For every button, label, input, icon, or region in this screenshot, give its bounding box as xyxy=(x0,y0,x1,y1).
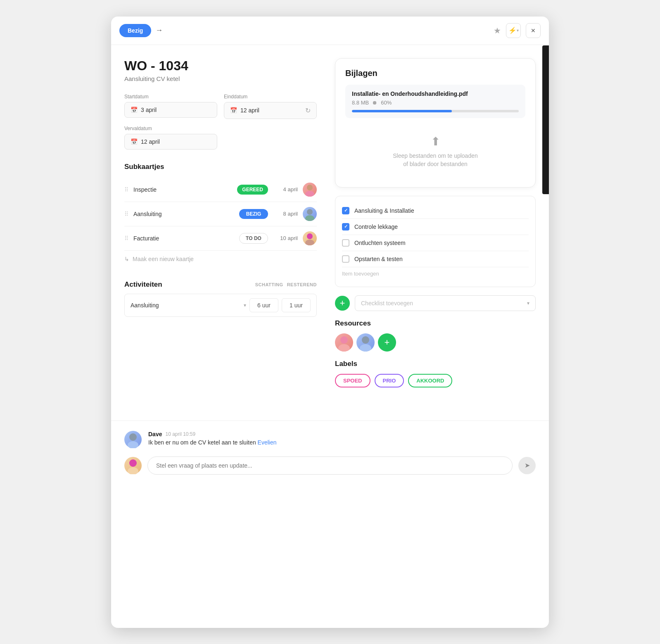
file-name: Installatie- en Onderhoudshandleiding.pd… xyxy=(352,90,519,97)
comment-item: Dave 10 april 10:59 Ik ben er nu om de C… xyxy=(124,431,536,448)
badge-bezig-aansluiting: BEZIG xyxy=(239,209,268,219)
bolt-button[interactable]: ⚡ ▾ xyxy=(506,23,521,38)
subcard-date-facturatie: 10 april xyxy=(273,235,298,241)
add-resource-button[interactable]: + xyxy=(378,333,396,352)
checkbox-3[interactable] xyxy=(342,239,349,247)
label-akkoord[interactable]: AKKOORD xyxy=(408,374,452,387)
resources-avatars: + xyxy=(335,333,536,352)
svg-point-12 xyxy=(129,459,137,467)
einddatum-input[interactable]: 📅 12 april ↻ xyxy=(224,102,317,119)
activiteiten-select[interactable]: Aansluiting xyxy=(131,302,240,309)
labels-section: Labels SPOED PRIO AKKOORD xyxy=(335,360,536,387)
upload-area[interactable]: ⬆ Sleep bestanden om te uploaden of blad… xyxy=(345,125,525,177)
vervaldatum-section: Vervaldatum 📅 12 april xyxy=(124,126,317,150)
new-card-label: Maak een nieuw kaartje xyxy=(133,256,194,262)
svg-point-2 xyxy=(307,209,313,215)
svg-point-5 xyxy=(305,240,314,245)
svg-point-10 xyxy=(129,433,137,441)
status-button[interactable]: Bezig xyxy=(119,24,151,37)
checklist-chevron-icon: ▾ xyxy=(527,300,529,306)
add-checklist-row: + Checklist toevoegen ▾ xyxy=(335,295,536,311)
comment-text: Ik ben er nu om de CV ketel aan te sluit… xyxy=(148,439,536,446)
checklist-item-2: ✓ Controle lekkage xyxy=(342,219,529,235)
svg-point-6 xyxy=(340,336,348,344)
subcard-inspectie: ⠿ Inspectie GEREED 4 april xyxy=(124,178,317,202)
comment-avatar xyxy=(124,431,142,448)
checklist-input-wrap[interactable]: Checklist toevoegen ▾ xyxy=(355,295,536,311)
reply-input[interactable] xyxy=(147,456,513,475)
checklist-item-3: Ontluchten systeem xyxy=(342,235,529,251)
file-card: Installatie- en Onderhoudshandleiding.pd… xyxy=(345,85,525,118)
svg-point-9 xyxy=(360,344,371,352)
checkbox-4[interactable] xyxy=(342,255,349,263)
new-card-link[interactable]: ↳ Maak een nieuw kaartje xyxy=(124,251,317,267)
upload-text-main: Sleep bestanden om te uploaden xyxy=(393,152,478,159)
vervaldatum-input[interactable]: 📅 12 april xyxy=(124,134,217,150)
resource-avatar-1 xyxy=(335,333,353,352)
labels-row: SPOED PRIO AKKOORD xyxy=(335,374,536,387)
comment-body: Dave 10 april 10:59 Ik ben er nu om de C… xyxy=(148,431,536,448)
svg-point-0 xyxy=(307,185,313,190)
startdatum-input[interactable]: 📅 3 april xyxy=(124,102,217,118)
vervaldatum-field: Vervaldatum 📅 12 april xyxy=(124,126,217,150)
calendar-icon-start: 📅 xyxy=(131,107,138,113)
svg-point-8 xyxy=(362,336,369,344)
star-button[interactable]: ★ xyxy=(494,26,501,36)
comment-author: Dave xyxy=(148,431,162,437)
dates-grid: Startdatum 📅 3 april Einddatum 📅 12 apri… xyxy=(124,94,317,119)
work-order-id: WO - 1034 xyxy=(124,58,317,74)
col-resterend: RESTEREND xyxy=(287,282,317,287)
checklist-label-1: Aansluiting & Installatie xyxy=(354,207,414,214)
labels-title: Labels xyxy=(335,360,536,368)
checklist-item-4: Opstarten & testen xyxy=(342,251,529,267)
new-card-arrow-icon: ↳ xyxy=(124,256,129,262)
calendar-icon-verval: 📅 xyxy=(131,138,138,145)
bolt-icon: ⚡ xyxy=(508,26,517,34)
upload-text-sub: of blader door bestanden xyxy=(403,161,468,167)
subkaartjes-title: Subkaartjes xyxy=(124,163,317,171)
subcard-name-aansluiting: Aansluiting xyxy=(133,211,234,217)
comment-text-before: Ik ben er nu om de CV ketel aan te sluit… xyxy=(148,439,258,446)
label-spoed[interactable]: SPOED xyxy=(335,374,370,387)
drag-handle-aansluiting[interactable]: ⠿ xyxy=(124,211,128,217)
right-panel: Bijlagen Installatie- en Onderhoudshandl… xyxy=(330,58,536,397)
activiteiten-title: Activiteiten xyxy=(124,280,255,289)
upload-icon: ⬆ xyxy=(431,135,440,148)
avatar-inspectie xyxy=(303,183,317,197)
comment-mention: Evelien xyxy=(258,439,277,446)
einddatum-label: Einddatum xyxy=(224,94,317,100)
add-item-text[interactable]: Item toevoegen xyxy=(342,267,529,280)
subcard-name-inspectie: Inspectie xyxy=(133,186,232,193)
comment-time: 10 april 10:59 xyxy=(165,431,195,437)
avatar-aansluiting xyxy=(303,207,317,221)
reply-avatar xyxy=(124,457,142,474)
startdatum-label: Startdatum xyxy=(124,94,217,100)
subcard-date-aansluiting: 8 april xyxy=(273,211,298,217)
progress-bar xyxy=(352,110,519,112)
drag-handle-facturatie[interactable]: ⠿ xyxy=(124,235,128,242)
add-checklist-button[interactable]: + xyxy=(335,296,350,311)
svg-point-7 xyxy=(338,344,350,352)
badge-gereed-inspectie: GEREED xyxy=(237,185,268,195)
svg-point-13 xyxy=(128,467,138,474)
vervaldatum-label: Vervaldatum xyxy=(124,126,217,131)
send-button[interactable]: ➤ xyxy=(518,457,536,474)
refresh-icon[interactable]: ↻ xyxy=(305,107,311,114)
checkbox-1[interactable]: ✓ xyxy=(342,207,349,214)
checkmark-2: ✓ xyxy=(344,224,348,229)
file-size: 8.8 MB xyxy=(352,100,369,106)
arrow-button[interactable]: → xyxy=(155,26,163,35)
resources-title: Resources xyxy=(335,319,536,328)
calendar-icon-end: 📅 xyxy=(230,107,237,114)
svg-point-4 xyxy=(307,233,313,239)
bijlagen-title: Bijlagen xyxy=(345,69,525,78)
label-prio[interactable]: PRIO xyxy=(375,374,404,387)
subcard-facturatie: ⠿ Facturatie TO DO 10 april xyxy=(124,226,317,251)
checkmark-1: ✓ xyxy=(344,208,348,213)
checkbox-2[interactable]: ✓ xyxy=(342,223,349,231)
drag-handle-inspectie[interactable]: ⠿ xyxy=(124,186,128,193)
close-button[interactable]: ✕ xyxy=(526,23,541,38)
svg-point-3 xyxy=(305,215,314,221)
badge-todo-facturatie: TO DO xyxy=(239,233,268,244)
progress-bar-fill xyxy=(352,110,452,112)
